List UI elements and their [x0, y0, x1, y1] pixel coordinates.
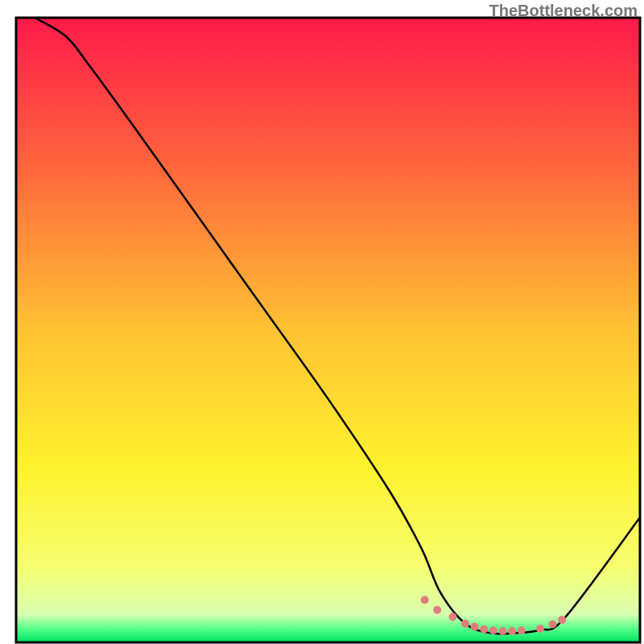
watermark: TheBottleneck.com	[489, 2, 638, 20]
dot	[421, 596, 429, 604]
dot	[549, 620, 557, 628]
dot	[518, 626, 526, 634]
dot	[536, 625, 544, 633]
dot	[508, 627, 516, 635]
dot	[449, 613, 457, 621]
dot	[471, 623, 479, 631]
dot	[558, 616, 566, 624]
bottleneck-chart	[0, 0, 644, 644]
chart-container: TheBottleneck.com	[0, 0, 644, 644]
dot	[461, 620, 469, 628]
dot	[480, 625, 488, 634]
dot	[433, 606, 441, 614]
dot	[489, 626, 497, 634]
plot-background	[16, 18, 640, 642]
dot	[499, 627, 507, 635]
